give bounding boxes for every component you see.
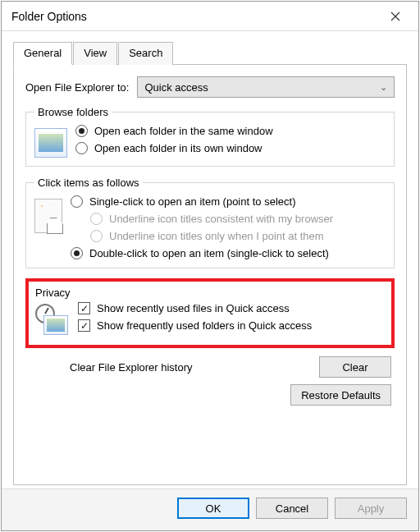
checkbox-recent-files[interactable]: Show recently used files in Quick access: [78, 302, 385, 314]
radio-underline-point: Underline icon titles only when I point …: [90, 230, 386, 242]
tab-panel-general: Open File Explorer to: Quick access ⌄ Br…: [13, 64, 407, 485]
radio-double-click[interactable]: Double-click to open an item (single-cli…: [71, 247, 386, 259]
history-icon: [35, 304, 70, 337]
tab-search[interactable]: Search: [118, 42, 173, 65]
ok-button[interactable]: OK: [177, 498, 249, 519]
file-cursor-icon: [34, 199, 62, 233]
radio-icon: [75, 125, 88, 137]
radio-icon: [90, 213, 103, 225]
clear-history-label: Clear File Explorer history: [70, 361, 303, 374]
open-explorer-label: Open File Explorer to:: [25, 81, 129, 94]
chevron-down-icon: ⌄: [380, 82, 387, 93]
radio-own-window-label: Open each folder in its own window: [94, 142, 262, 154]
browse-folders-group: Browse folders Open each folder in the s…: [25, 106, 395, 167]
apply-button[interactable]: Apply: [335, 498, 407, 519]
clear-button[interactable]: Clear: [319, 356, 391, 378]
checkbox-frequent-folders[interactable]: Show frequently used folders in Quick ac…: [78, 319, 385, 332]
tab-general[interactable]: General: [13, 42, 72, 65]
checkbox-recent-files-label: Show recently used files in Quick access: [97, 302, 290, 314]
radio-underline-browser: Underline icon titles consistent with my…: [90, 213, 386, 225]
radio-same-window[interactable]: Open each folder in the same window: [75, 125, 386, 137]
radio-underline-browser-label: Underline icon titles consistent with my…: [109, 213, 333, 225]
picture-folder-icon: [34, 128, 67, 158]
radio-single-click[interactable]: Single-click to open an item (point to s…: [71, 195, 386, 208]
tabstrip: General View Search: [13, 41, 407, 64]
dialog-footer: OK Cancel Apply: [2, 488, 418, 530]
restore-defaults-button[interactable]: Restore Defaults: [290, 384, 391, 406]
browse-folders-legend: Browse folders: [34, 106, 112, 118]
radio-same-window-label: Open each folder in the same window: [94, 125, 273, 137]
tab-view[interactable]: View: [73, 42, 117, 65]
close-button[interactable]: [379, 5, 412, 28]
restore-row: Restore Defaults: [25, 384, 395, 406]
privacy-legend: Privacy: [35, 287, 385, 299]
click-items-group: Click items as follows Single-click to o…: [25, 177, 395, 268]
click-items-legend: Click items as follows: [34, 177, 143, 189]
open-explorer-row: Open File Explorer to: Quick access ⌄: [25, 76, 395, 98]
radio-own-window[interactable]: Open each folder in its own window: [75, 142, 386, 154]
window-title: Folder Options: [11, 10, 379, 23]
titlebar: Folder Options: [2, 2, 418, 31]
close-icon: [390, 11, 400, 21]
content-area: General View Search Open File Explorer t…: [2, 31, 418, 488]
checkbox-frequent-folders-label: Show frequently used folders in Quick ac…: [97, 319, 312, 332]
checkbox-icon: [78, 319, 90, 332]
privacy-group-highlight: Privacy Show recently used files in Quic…: [25, 278, 395, 348]
radio-underline-point-label: Underline icon titles only when I point …: [109, 230, 324, 242]
open-explorer-value: Quick access: [144, 81, 208, 94]
checkbox-icon: [78, 302, 90, 314]
clear-history-row: Clear File Explorer history Clear: [70, 356, 391, 378]
radio-icon: [75, 142, 88, 154]
open-explorer-select[interactable]: Quick access ⌄: [137, 76, 395, 98]
radio-double-click-label: Double-click to open an item (single-cli…: [89, 247, 329, 259]
folder-options-window: Folder Options General View Search Open …: [1, 1, 419, 531]
radio-single-click-label: Single-click to open an item (point to s…: [89, 195, 295, 208]
cancel-button[interactable]: Cancel: [256, 498, 328, 519]
radio-icon: [90, 230, 103, 242]
radio-icon: [71, 195, 83, 208]
radio-icon: [71, 247, 83, 259]
